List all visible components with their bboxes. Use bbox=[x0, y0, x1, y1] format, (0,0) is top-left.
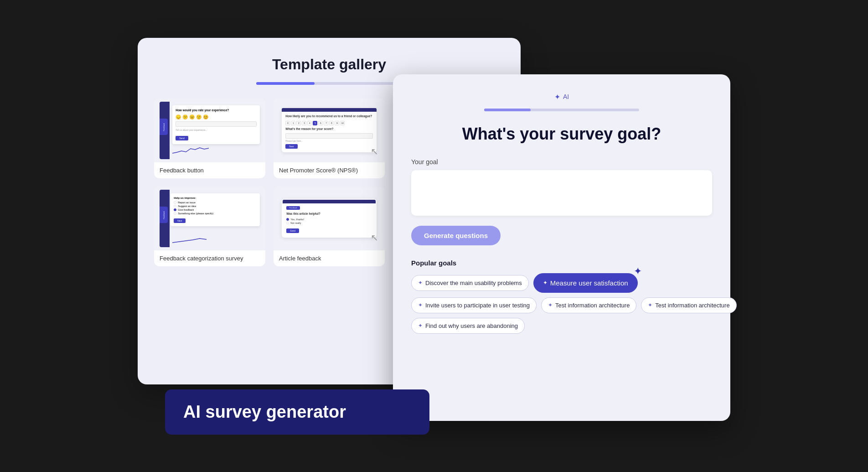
template-item-article[interactable]: Feedback Was this article helpful? Yes, … bbox=[274, 187, 385, 266]
template-item-feedback-cat[interactable]: Feedback Help us improve: Report an issu… bbox=[154, 187, 265, 266]
ai-panel-title: What's your survey goal? bbox=[411, 124, 712, 144]
generate-questions-button[interactable]: Generate questions bbox=[411, 226, 501, 245]
ai-banner: AI survey generator bbox=[165, 389, 429, 435]
template-label-article: Article feedback bbox=[274, 250, 385, 266]
goal-chip-test-ia-1[interactable]: ✦ Test information architecture bbox=[541, 297, 636, 313]
goal-chip-icon-invite: ✦ bbox=[418, 302, 423, 308]
ai-panel-progress bbox=[484, 109, 639, 111]
template-label-nps: Net Promoter Score® (NPS®) bbox=[274, 162, 385, 178]
template-gallery-title: Template gallery bbox=[154, 56, 504, 73]
goal-chip-icon-test-ia-2: ✦ bbox=[648, 302, 652, 308]
template-label-feedback-cat: Feedback categorization survey bbox=[154, 250, 265, 266]
goal-chip-discover[interactable]: ✦ Discover the main usability problems bbox=[411, 275, 529, 291]
template-label-feedback: Feedback button bbox=[154, 162, 265, 178]
goal-chip-test-ia-2[interactable]: ✦ Test information architecture bbox=[641, 297, 736, 313]
goal-chip-icon-test-ia-1: ✦ bbox=[548, 302, 553, 308]
goal-chip-icon-discover: ✦ bbox=[418, 280, 423, 286]
popular-goals-label: Popular goals bbox=[411, 259, 712, 267]
template-gallery-progress bbox=[256, 82, 402, 85]
goal-chip-abandon[interactable]: ✦ Find out why users are abandoning bbox=[411, 318, 525, 334]
goals-row-1: ✦ Discover the main usability problems ✦… bbox=[411, 273, 712, 293]
goals-row-2: ✦ Invite users to participate in user te… bbox=[411, 297, 712, 313]
template-thumb-feedback-cat: Feedback Help us improve: Report an issu… bbox=[154, 187, 265, 250]
goals-row-3: ✦ Find out why users are abandoning bbox=[411, 318, 712, 334]
template-item-nps[interactable]: How likely are you to recommend us to a … bbox=[274, 99, 385, 178]
sparkle-float-icon: ✦ bbox=[634, 265, 642, 277]
goal-chip-icon-abandon: ✦ bbox=[418, 322, 423, 329]
ai-banner-title: AI survey generator bbox=[183, 402, 346, 421]
goal-chip-measure[interactable]: ✦ ✦ Measure user satisfaction bbox=[533, 273, 638, 293]
ai-badge: ✦ AI bbox=[411, 93, 712, 101]
goal-chip-invite[interactable]: ✦ Invite users to participate in user te… bbox=[411, 297, 537, 313]
template-item-feedback[interactable]: Feedback How would you rate your experie… bbox=[154, 99, 265, 178]
template-thumb-article: Feedback Was this article helpful? Yes, … bbox=[274, 187, 385, 250]
goal-chip-icon-measure: ✦ bbox=[543, 280, 548, 286]
goals-grid: ✦ Discover the main usability problems ✦… bbox=[411, 273, 712, 334]
template-thumb-nps: How likely are you to recommend us to a … bbox=[274, 99, 385, 162]
template-thumb-feedback: Feedback How would you rate your experie… bbox=[154, 99, 265, 162]
ai-spark-icon: ✦ bbox=[554, 93, 560, 101]
goal-label: Your goal bbox=[411, 158, 712, 166]
ai-badge-text: AI bbox=[563, 93, 569, 100]
goal-textarea[interactable] bbox=[411, 170, 712, 216]
ai-panel-card: ✦ AI What's your survey goal? Your goal … bbox=[393, 74, 730, 421]
